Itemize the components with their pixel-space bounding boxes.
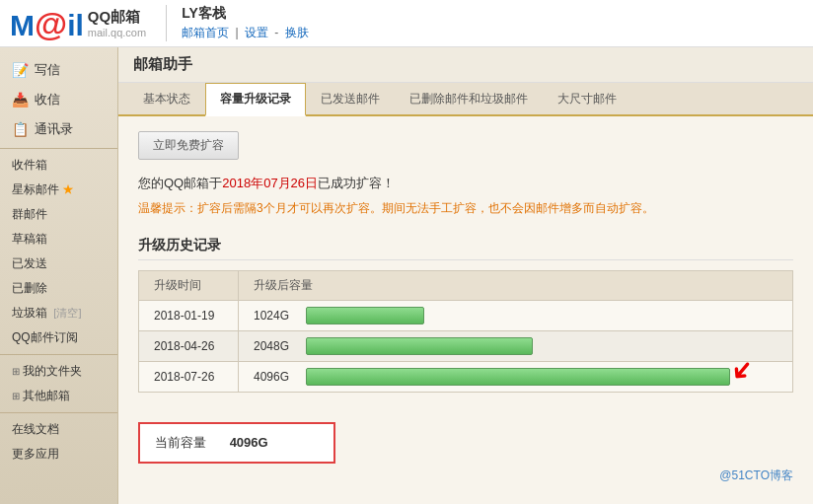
sidebar-item-spam[interactable]: 垃圾箱 [清空] [0, 301, 117, 325]
warn-message: 温馨提示：扩容后需隔3个月才可以再次扩容。期间无法手工扩容，也不会因邮件增多而自… [138, 200, 793, 217]
success-suffix: 已成功扩容！ [318, 176, 395, 190]
spam-clear[interactable]: [清空] [53, 307, 81, 319]
sidebar: 📝 写信 📥 收信 📋 通讯录 收件箱 星标邮件 ★ 群邮件 草稿箱 已发送 已… [0, 47, 118, 504]
tab-basic-status[interactable]: 基本状态 [128, 83, 205, 116]
nav-sep2: - [274, 26, 281, 39]
nav-sep1: | [235, 26, 241, 39]
write-icon: 📝 [12, 62, 29, 78]
nav-logout-link[interactable]: 换肤 [285, 26, 309, 39]
success-date: 2018年07月26日 [222, 176, 318, 190]
sidebar-item-starred[interactable]: 星标邮件 ★ [0, 178, 117, 202]
success-message: 您的QQ邮箱于2018年07月26日已成功扩容！ [138, 175, 793, 192]
logo-qq-text: QQ邮箱 [88, 8, 146, 27]
tab-deleted-spam[interactable]: 已删除邮件和垃圾邮件 [395, 83, 543, 116]
success-prefix: 您的QQ邮箱于 [138, 176, 222, 190]
cap-bar-3 [306, 368, 730, 386]
watermark: @51CTO博客 [719, 468, 793, 484]
cap-bar-2 [306, 337, 533, 355]
cap-bar-wrap-3: 4096G [254, 368, 777, 386]
logo-domain: mail.qq.com [88, 27, 146, 38]
current-capacity-section: 当前容量 4096G [138, 407, 793, 464]
row1-capacity: 1024G [239, 301, 793, 331]
cap-label-2: 2048G [254, 339, 298, 353]
row1-date: 2018-01-19 [139, 301, 239, 331]
row3-capacity: 4096G [239, 362, 793, 393]
star-icon: ★ [62, 182, 74, 196]
nav-home-link[interactable]: 邮箱首页 [182, 26, 229, 39]
tabs-bar: 基本状态 容量升级记录 已发送邮件 已删除邮件和垃圾邮件 大尺寸邮件 [118, 83, 813, 116]
sidebar-divider-1 [0, 148, 117, 149]
expand-icon-1: ⊞ [12, 366, 20, 377]
main-content-area: 立即免费扩容 您的QQ邮箱于2018年07月26日已成功扩容！ 温馨提示：扩容后… [118, 116, 813, 478]
inbox-label: 收信 [35, 91, 60, 108]
row2-capacity: 2048G [239, 331, 793, 362]
cap-label-3: 4096G [254, 370, 298, 384]
sidebar-divider-2 [0, 354, 117, 355]
expand-icon-2: ⊞ [12, 391, 20, 401]
table-row: 2018-04-26 2048G [139, 331, 793, 362]
tab-sent[interactable]: 已发送邮件 [306, 83, 395, 116]
main-title: 邮箱助手 [118, 47, 813, 83]
current-cap-value: 4096G [230, 435, 268, 450]
cap-label-1: 1024G [254, 309, 298, 323]
sidebar-item-group[interactable]: 群邮件 [0, 202, 117, 227]
logo: M@il QQ邮箱 mail.qq.com [10, 7, 146, 40]
nav-settings-link[interactable]: 设置 [245, 26, 268, 39]
table-row: 2018-07-26 4096G [139, 362, 793, 393]
sidebar-docs[interactable]: 在线文档 [0, 417, 117, 442]
contacts-label: 通讯录 [35, 120, 73, 138]
logo-service: QQ邮箱 mail.qq.com [88, 8, 146, 38]
sidebar-divider-3 [0, 412, 117, 413]
tab-capacity-history[interactable]: 容量升级记录 [205, 83, 306, 116]
sidebar-item-inbox[interactable]: 收件箱 [0, 153, 117, 178]
current-cap-box: 当前容量 4096G [138, 422, 335, 464]
layout: 📝 写信 📥 收信 📋 通讯录 收件箱 星标邮件 ★ 群邮件 草稿箱 已发送 已… [0, 47, 813, 504]
header-user-section: LY客栈 邮箱首页 | 设置 - 换肤 [166, 5, 308, 41]
table-wrapper: 升级时间 升级后容量 2018-01-19 1024G [138, 270, 793, 393]
header-username: LY客栈 [182, 5, 308, 23]
col-header-capacity: 升级后容量 [239, 271, 793, 301]
inbox-icon: 📥 [12, 92, 29, 108]
col-header-date: 升级时间 [139, 271, 239, 301]
sidebar-item-deleted[interactable]: 已删除 [0, 276, 117, 301]
main-content: 邮箱助手 基本状态 容量升级记录 已发送邮件 已删除邮件和垃圾邮件 大尺寸邮件 … [118, 47, 813, 504]
sidebar-apps[interactable]: 更多应用 [0, 442, 117, 467]
write-label: 写信 [35, 61, 60, 79]
row2-date: 2018-04-26 [139, 331, 239, 362]
header: M@il QQ邮箱 mail.qq.com LY客栈 邮箱首页 | 设置 - 换… [0, 0, 813, 47]
expand-button[interactable]: 立即免费扩容 [138, 131, 239, 160]
logo-m: M [10, 9, 35, 41]
logo-il: il [67, 9, 84, 41]
section-title: 升级历史记录 [138, 237, 793, 260]
row3-date: 2018-07-26 [139, 362, 239, 393]
cap-bar-wrap-2: 2048G [254, 337, 777, 355]
sidebar-item-draft[interactable]: 草稿箱 [0, 227, 117, 252]
tab-large[interactable]: 大尺寸邮件 [543, 83, 631, 116]
current-cap-label: 当前容量 [155, 435, 206, 450]
cap-bar-wrap-1: 1024G [254, 307, 777, 324]
sidebar-item-subscribe[interactable]: QQ邮件订阅 [0, 325, 117, 350]
sidebar-item-sent[interactable]: 已发送 [0, 252, 117, 276]
cap-bar-1 [306, 307, 424, 324]
header-nav: 邮箱首页 | 设置 - 换肤 [182, 25, 308, 41]
contacts-icon: 📋 [12, 121, 29, 137]
table-row: 2018-01-19 1024G [139, 301, 793, 331]
logo-at: @ [35, 5, 67, 42]
sidebar-inbox[interactable]: 📥 收信 [0, 85, 117, 114]
sidebar-other[interactable]: ⊞ 其他邮箱 [0, 384, 117, 408]
sidebar-myfolders[interactable]: ⊞ 我的文件夹 [0, 359, 117, 384]
sidebar-contacts[interactable]: 📋 通讯录 [0, 114, 117, 144]
sidebar-write[interactable]: 📝 写信 [0, 55, 117, 85]
upgrade-table: 升级时间 升级后容量 2018-01-19 1024G [138, 270, 793, 393]
